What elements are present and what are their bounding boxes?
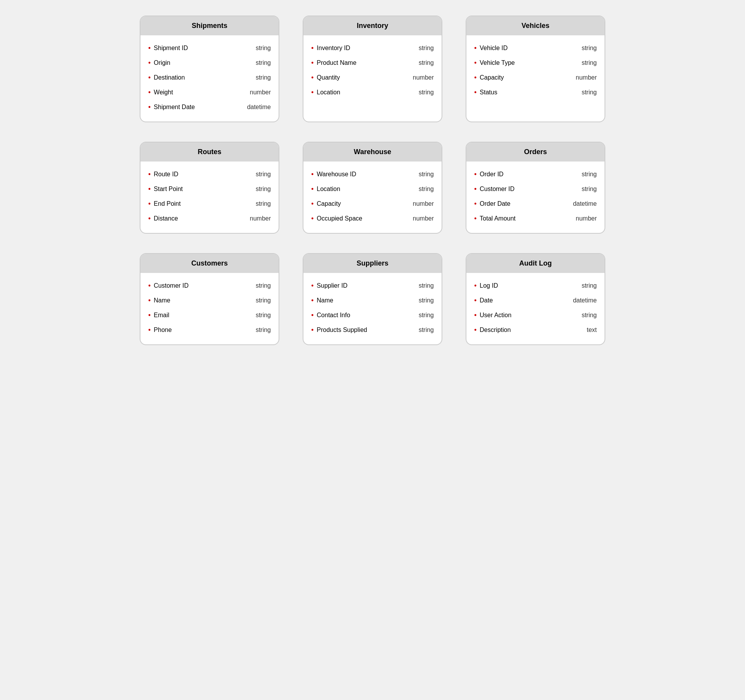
field-name: •Origin xyxy=(148,59,170,66)
card-orders: Orders•Order IDstring•Customer IDstring•… xyxy=(466,142,605,234)
field-name: •Supplier ID xyxy=(311,282,347,289)
field-name: •Warehouse ID xyxy=(311,171,356,178)
field-type: string xyxy=(419,59,434,66)
field-label: Vehicle Type xyxy=(480,59,515,66)
card-body-routes: •Route IDstring•Start Pointstring•End Po… xyxy=(140,162,279,233)
field-label: Location xyxy=(317,89,340,96)
bullet-icon: • xyxy=(474,171,476,178)
field-type: string xyxy=(582,186,597,193)
bullet-icon: • xyxy=(311,297,314,304)
field-row: •Route IDstring xyxy=(148,167,271,182)
field-name: •Shipment Date xyxy=(148,104,195,111)
field-row: •Capacitynumber xyxy=(311,196,434,211)
field-name: •Location xyxy=(311,89,340,96)
field-label: Log ID xyxy=(480,282,498,289)
field-row: •Statusstring xyxy=(474,85,597,100)
field-name: •Capacity xyxy=(311,200,341,207)
field-row: •Emailstring xyxy=(148,308,271,323)
field-type: datetime xyxy=(247,104,271,111)
field-row: •Weightnumber xyxy=(148,85,271,100)
field-name: •Inventory ID xyxy=(311,45,350,52)
field-name: •Vehicle ID xyxy=(474,45,508,52)
card-title-customers: Customers xyxy=(140,254,279,273)
field-row: •Destinationstring xyxy=(148,70,271,85)
field-type: string xyxy=(582,89,597,96)
field-row: •Shipment IDstring xyxy=(148,41,271,56)
field-label: Status xyxy=(480,89,497,96)
bullet-icon: • xyxy=(311,186,314,193)
bullet-icon: • xyxy=(148,186,151,193)
field-row: •Customer IDstring xyxy=(148,278,271,293)
field-row: •Originstring xyxy=(148,56,271,70)
field-row: •Supplier IDstring xyxy=(311,278,434,293)
field-name: •Weight xyxy=(148,89,173,96)
field-row: •Order IDstring xyxy=(474,167,597,182)
field-row: •Distancenumber xyxy=(148,211,271,226)
card-title-inventory: Inventory xyxy=(303,16,442,35)
field-name: •Log ID xyxy=(474,282,498,289)
field-row: •Log IDstring xyxy=(474,278,597,293)
field-type: string xyxy=(256,171,271,178)
field-label: Vehicle ID xyxy=(480,45,508,52)
field-row: •Occupied Spacenumber xyxy=(311,211,434,226)
bullet-icon: • xyxy=(311,312,314,319)
bullet-icon: • xyxy=(148,104,151,111)
field-label: Name xyxy=(317,297,333,304)
field-type: string xyxy=(256,186,271,193)
field-row: •Locationstring xyxy=(311,85,434,100)
card-title-routes: Routes xyxy=(140,142,279,162)
bullet-icon: • xyxy=(474,327,476,333)
field-row: •Inventory IDstring xyxy=(311,41,434,56)
field-row: •Phonestring xyxy=(148,323,271,337)
field-label: Origin xyxy=(154,59,170,66)
field-name: •Capacity xyxy=(474,74,504,81)
field-name: •Phone xyxy=(148,327,172,333)
field-label: Name xyxy=(154,297,170,304)
bullet-icon: • xyxy=(311,74,314,81)
field-label: User Action xyxy=(480,312,511,319)
field-label: Warehouse ID xyxy=(317,171,356,178)
field-type: datetime xyxy=(573,200,597,207)
field-row: •Datedatetime xyxy=(474,293,597,308)
card-customers: Customers•Customer IDstring•Namestring•E… xyxy=(140,253,279,345)
field-label: Customer ID xyxy=(154,282,189,289)
bullet-icon: • xyxy=(474,45,476,52)
card-body-vehicles: •Vehicle IDstring•Vehicle Typestring•Cap… xyxy=(466,35,605,107)
field-row: •Capacitynumber xyxy=(474,70,597,85)
field-name: •Vehicle Type xyxy=(474,59,515,66)
field-name: •Route ID xyxy=(148,171,178,178)
field-row: •Products Suppliedstring xyxy=(311,323,434,337)
bullet-icon: • xyxy=(311,200,314,207)
field-name: •Quantity xyxy=(311,74,340,81)
bullet-icon: • xyxy=(311,171,314,178)
bullet-icon: • xyxy=(148,282,151,289)
field-label: Inventory ID xyxy=(317,45,350,52)
field-row: •Contact Infostring xyxy=(311,308,434,323)
field-type: number xyxy=(576,215,597,222)
field-name: •Contact Info xyxy=(311,312,350,319)
bullet-icon: • xyxy=(474,297,476,304)
field-name: •Order Date xyxy=(474,200,510,207)
field-name: •Customer ID xyxy=(148,282,189,289)
bullet-icon: • xyxy=(148,89,151,96)
field-row: •Order Datedatetime xyxy=(474,196,597,211)
field-name: •Name xyxy=(311,297,333,304)
field-type: string xyxy=(419,312,434,319)
bullet-icon: • xyxy=(148,215,151,222)
card-title-shipments: Shipments xyxy=(140,16,279,35)
field-row: •User Actionstring xyxy=(474,308,597,323)
field-label: Distance xyxy=(154,215,178,222)
bullet-icon: • xyxy=(148,200,151,207)
field-label: Destination xyxy=(154,74,185,81)
field-type: string xyxy=(582,282,597,289)
field-type: string xyxy=(582,45,597,52)
field-row: •End Pointstring xyxy=(148,196,271,211)
card-body-shipments: •Shipment IDstring•Originstring•Destinat… xyxy=(140,35,279,122)
card-title-audit-log: Audit Log xyxy=(466,254,605,273)
field-type: string xyxy=(419,186,434,193)
bullet-icon: • xyxy=(311,327,314,333)
field-name: •Location xyxy=(311,186,340,193)
card-vehicles: Vehicles•Vehicle IDstring•Vehicle Typest… xyxy=(466,16,605,122)
field-type: string xyxy=(256,297,271,304)
field-name: •Name xyxy=(148,297,170,304)
